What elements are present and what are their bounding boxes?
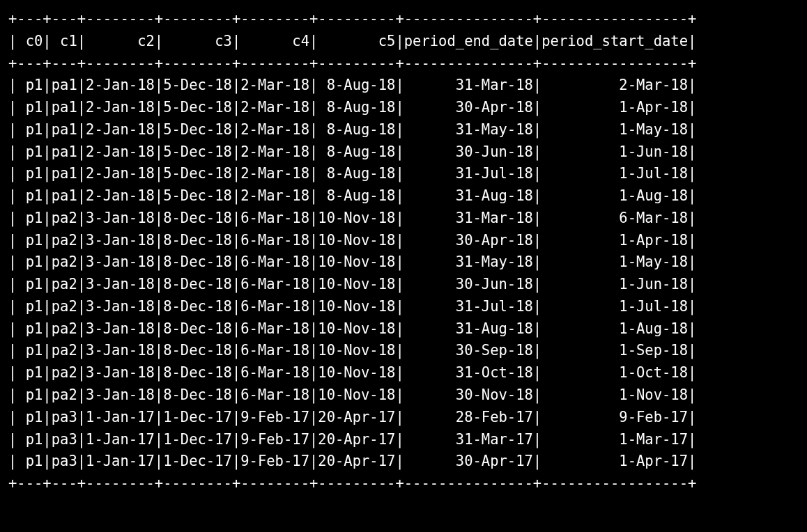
table-border-mid: +---+---+--------+--------+--------+----… xyxy=(8,55,696,72)
table-border-top: +---+---+--------+--------+--------+----… xyxy=(8,10,696,27)
table-body: | p1|pa1|2-Jan-18|5-Dec-18|2-Mar-18| 8-A… xyxy=(8,77,696,469)
ascii-table: +---+---+--------+--------+--------+----… xyxy=(0,0,807,503)
table-border-bottom: +---+---+--------+--------+--------+----… xyxy=(8,475,696,492)
table-header-row: | c0| c1| c2| c3| c4| c5|period_end_date… xyxy=(8,33,696,49)
